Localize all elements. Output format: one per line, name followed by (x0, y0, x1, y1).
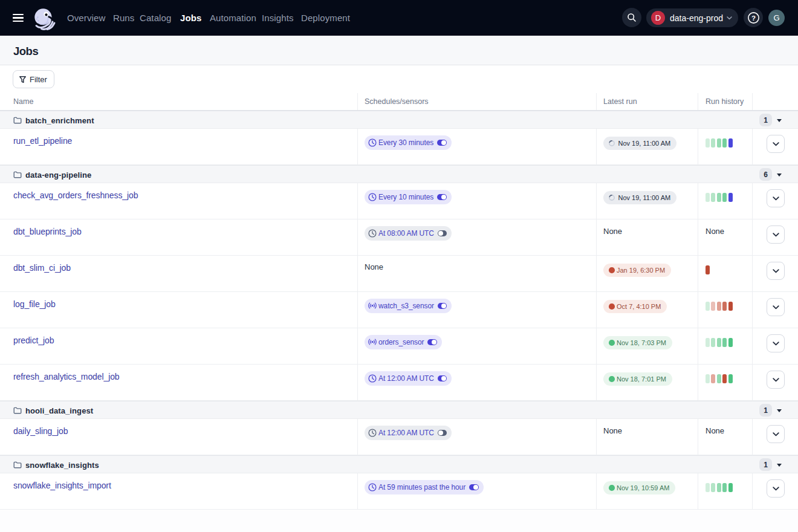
svg-text:?: ? (751, 14, 755, 21)
